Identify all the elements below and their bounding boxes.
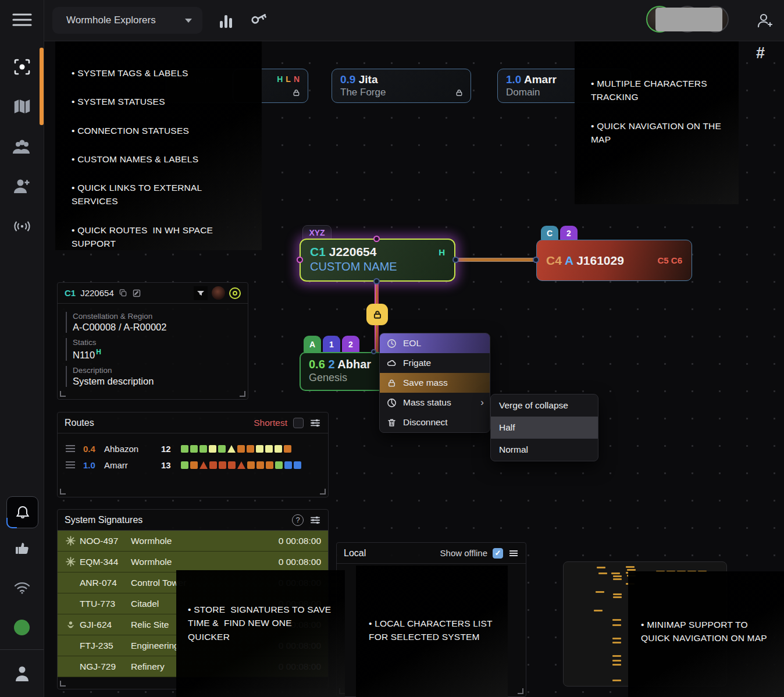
- local-note-overlay: LOCAL CHARACTERS LIST FOR SELECTED SYSTE…: [356, 566, 508, 697]
- help-icon[interactable]: ?: [292, 514, 304, 526]
- routes-settings-icon[interactable]: [309, 417, 321, 429]
- person-add-icon[interactable]: [0, 173, 44, 199]
- minimap-system-marker: [611, 572, 620, 574]
- route-jump-square: [199, 445, 207, 453]
- bar-chart-icon[interactable]: [219, 12, 234, 29]
- chevron-right-icon: ›: [480, 397, 484, 408]
- node-c4[interactable]: C4 A J161029 C5 C6: [536, 240, 692, 281]
- local-menu-icon[interactable]: [508, 549, 519, 558]
- node-tag-pill: C: [541, 226, 558, 240]
- user-icon[interactable]: [0, 661, 44, 687]
- connection-lock-badge[interactable]: [366, 304, 388, 325]
- minimap-system-marker: [612, 642, 621, 643]
- menu-icon[interactable]: [0, 7, 44, 33]
- drag-handle-icon[interactable]: [66, 464, 75, 465]
- node-c1[interactable]: C1 J220654 H CUSTOM NAME: [300, 239, 455, 282]
- connection-c1-c4[interactable]: [458, 258, 536, 262]
- signature-row[interactable]: NOO-497Wormhole0 00:08:00: [58, 531, 328, 552]
- resize-handle[interactable]: [60, 681, 66, 687]
- scroll-indicator[interactable]: [40, 48, 44, 125]
- note-bullet: QUICK LINKS TO EXTERNAL SERVICES: [72, 181, 249, 208]
- context-menu-item-mass-status[interactable]: Mass status›: [380, 393, 490, 412]
- map-icon[interactable]: [0, 94, 44, 119]
- context-menu-item-save-mass[interactable]: Save mass: [380, 373, 490, 393]
- amarr-name: Amarr: [524, 73, 557, 86]
- route-row[interactable]: 0.4Ahbazon12: [58, 440, 328, 457]
- faction-emblem-icon: [194, 286, 208, 300]
- submenu-item-verge-of-collapse[interactable]: Verge of collapse: [491, 394, 598, 417]
- jita-name: Jita: [359, 73, 378, 86]
- context-menu-item-disconnect[interactable]: Disconnect: [380, 412, 490, 432]
- resize-handle[interactable]: [320, 489, 326, 495]
- c4-handle-left[interactable]: [533, 257, 539, 263]
- node-jita[interactable]: 0.9 Jita The Forge: [332, 69, 471, 103]
- submenu-item-half[interactable]: Half: [491, 417, 598, 439]
- minimap-system-marker: [612, 660, 621, 662]
- minimap-system-marker: [626, 566, 635, 568]
- c1-static-letter: H: [439, 247, 445, 257]
- key-icon[interactable]: [245, 5, 272, 31]
- system-info-panel: C1 J220654 Constellation & Region A-C000…: [57, 282, 248, 400]
- abhar-handle-top[interactable]: [371, 349, 376, 354]
- hash-icon[interactable]: #: [756, 44, 765, 62]
- copy-icon[interactable]: [119, 289, 127, 297]
- pie-icon: [387, 398, 397, 408]
- jita-security: 0.9: [340, 73, 355, 86]
- route-jump-square: [228, 461, 236, 469]
- status-dot[interactable]: [0, 614, 44, 640]
- trash-icon: [387, 418, 397, 428]
- shortest-checkbox[interactable]: [293, 418, 304, 428]
- node-tag-pill: 2: [560, 226, 578, 240]
- resize-handle[interactable]: [60, 489, 66, 495]
- map-switcher[interactable]: Wormhole Explorers: [52, 7, 202, 34]
- minimap-system-marker: [612, 638, 621, 639]
- signatures-settings-icon[interactable]: [309, 514, 321, 526]
- submenu-item-normal[interactable]: Normal: [491, 439, 598, 461]
- minimap-system-marker: [613, 596, 622, 598]
- c4-name: J161029: [576, 254, 624, 267]
- resize-handle[interactable]: [60, 391, 66, 397]
- people-icon[interactable]: [0, 134, 44, 160]
- user-add-icon[interactable]: [756, 12, 774, 29]
- broadcast-icon[interactable]: [0, 214, 44, 239]
- route-jump-square: [275, 445, 282, 453]
- clock-icon: [387, 339, 397, 348]
- lock-icon: [292, 88, 301, 97]
- amarr-security: 1.0: [506, 73, 521, 86]
- minimap-system-marker: [594, 610, 603, 611]
- connection-context-menu: EOLFrigateSave massMass status›Disconnec…: [379, 333, 490, 433]
- c4-class: C4: [546, 254, 562, 267]
- chevron-down-icon: [185, 19, 192, 23]
- relic-icon: [66, 620, 80, 630]
- c1-handle-right[interactable]: [452, 257, 459, 263]
- route-jump-square: [181, 461, 188, 469]
- resize-handle[interactable]: [240, 391, 245, 397]
- route-jump-square: [265, 445, 273, 453]
- c1-handle-top[interactable]: [373, 236, 380, 242]
- route-jump-square: [256, 461, 264, 469]
- route-row[interactable]: 1.0Amarr13: [58, 457, 328, 473]
- context-menu-item-eol[interactable]: EOL: [380, 333, 490, 353]
- context-menu-item-frigate[interactable]: Frigate: [380, 353, 490, 373]
- thumbs-up-icon[interactable]: [0, 535, 44, 561]
- wifi-icon[interactable]: [0, 575, 44, 600]
- system-info-header[interactable]: C1 J220654: [58, 283, 248, 304]
- shortest-label: Shortest: [254, 418, 287, 428]
- note-bullet: CONNECTION STATUSES: [72, 124, 249, 137]
- show-offline-checkbox[interactable]: ✓: [493, 548, 503, 559]
- edit-icon[interactable]: [132, 289, 141, 298]
- focus-track-icon[interactable]: [0, 54, 44, 80]
- node-abhar-tags: A12: [304, 336, 359, 353]
- minimap-system-marker: [597, 567, 605, 568]
- c1-handle-bottom[interactable]: [373, 278, 380, 285]
- resize-handle[interactable]: [518, 688, 523, 694]
- minimap-system-marker: [613, 578, 622, 580]
- bell-icon[interactable]: [6, 496, 38, 528]
- wormhole-icon: [66, 557, 80, 567]
- route-jump-square: [181, 445, 188, 453]
- c1-handle-left[interactable]: [297, 257, 303, 263]
- node-tag-pill: 1: [323, 336, 340, 353]
- signature-row[interactable]: EQM-344Wormhole0 00:08:00: [58, 552, 328, 572]
- drag-handle-icon[interactable]: [66, 448, 75, 449]
- sidebar-divider: [0, 649, 44, 650]
